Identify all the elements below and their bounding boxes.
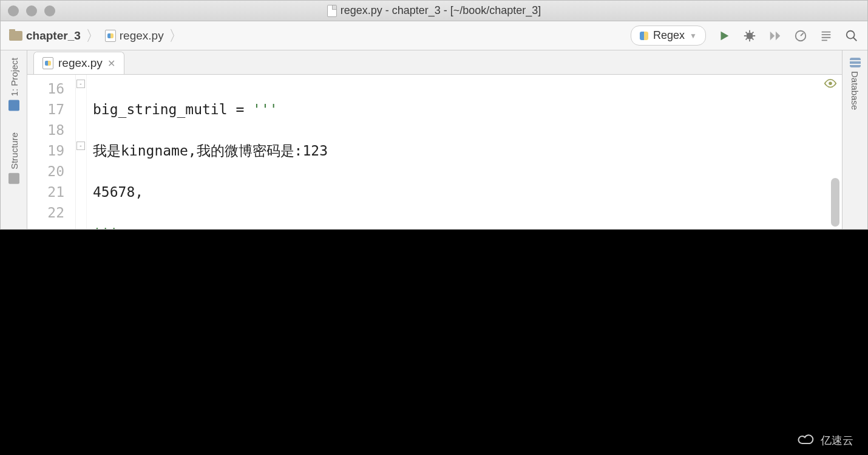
navigation-bar: chapter_3 〉 regex.py 〉 Regex ▼ <box>1 21 867 50</box>
coverage-button[interactable] <box>768 29 782 43</box>
fold-toggle[interactable]: - <box>76 80 85 88</box>
inspection-icon[interactable] <box>824 78 837 89</box>
database-icon <box>850 58 861 67</box>
project-icon <box>8 100 19 111</box>
list-button[interactable] <box>819 29 833 43</box>
profile-button[interactable] <box>793 29 808 43</box>
fold-column: - - <box>76 75 87 229</box>
editor-tab-regex-py[interactable]: regex.py ✕ <box>33 52 124 74</box>
right-tool-rail: Database <box>842 50 867 229</box>
run-button[interactable] <box>717 29 731 43</box>
tab-label: regex.py <box>58 56 103 70</box>
breadcrumb-item-chapter-3[interactable]: chapter_3 <box>9 29 81 43</box>
editor-zone: regex.py ✕ 16 17 18 19 20 21 22 - - big_… <box>27 50 842 229</box>
python-file-icon <box>42 57 53 69</box>
python-icon <box>640 32 648 40</box>
database-tool-tab[interactable]: Database <box>850 58 861 110</box>
line-number-gutter: 16 17 18 19 20 21 22 <box>27 75 76 229</box>
fold-toggle[interactable]: - <box>76 142 85 150</box>
code-content[interactable]: big_string_mutil = ''' 我是kingname,我的微博密码… <box>87 75 842 229</box>
main-area: 1: Project Structure regex.py ✕ 16 17 18… <box>1 50 867 229</box>
breadcrumb-label: regex.py <box>120 29 164 43</box>
code-editor[interactable]: 16 17 18 19 20 21 22 - - big_string_muti… <box>27 75 842 229</box>
breadcrumb-item-regex-py[interactable]: regex.py <box>105 29 164 43</box>
window-title-text: regex.py - chapter_3 - [~/book/chapter_3… <box>341 4 541 17</box>
breadcrumb: chapter_3 〉 regex.py 〉 <box>9 26 183 46</box>
folder-icon <box>9 31 22 41</box>
editor-tab-bar: regex.py ✕ <box>27 50 842 75</box>
left-tool-rail: 1: Project Structure <box>1 50 27 229</box>
watermark: 亿速云 <box>798 433 853 448</box>
chevron-down-icon: ▼ <box>690 32 697 40</box>
structure-icon <box>8 173 19 184</box>
ide-window: regex.py - chapter_3 - [~/book/chapter_3… <box>0 0 868 230</box>
breadcrumb-separator: 〉 <box>86 26 100 46</box>
svg-point-2 <box>847 30 855 38</box>
structure-tool-tab[interactable]: Structure <box>8 129 19 188</box>
breadcrumb-separator: 〉 <box>169 26 183 46</box>
svg-point-3 <box>829 82 832 86</box>
file-icon <box>327 5 337 17</box>
watermark-text: 亿速云 <box>821 433 853 448</box>
window-titlebar: regex.py - chapter_3 - [~/book/chapter_3… <box>1 1 867 21</box>
toolbar-right: Regex ▼ <box>631 26 859 46</box>
close-tab-button[interactable]: ✕ <box>107 58 115 69</box>
debug-button[interactable] <box>742 29 757 43</box>
vertical-scrollbar[interactable] <box>831 178 839 227</box>
run-config-label: Regex <box>653 29 685 42</box>
window-title: regex.py - chapter_3 - [~/book/chapter_3… <box>1 4 867 17</box>
python-file-icon <box>105 30 116 42</box>
breadcrumb-label: chapter_3 <box>26 29 81 43</box>
project-tool-tab[interactable]: 1: Project <box>8 54 19 114</box>
run-configuration-dropdown[interactable]: Regex ▼ <box>631 26 706 46</box>
search-everywhere-button[interactable] <box>844 29 859 43</box>
